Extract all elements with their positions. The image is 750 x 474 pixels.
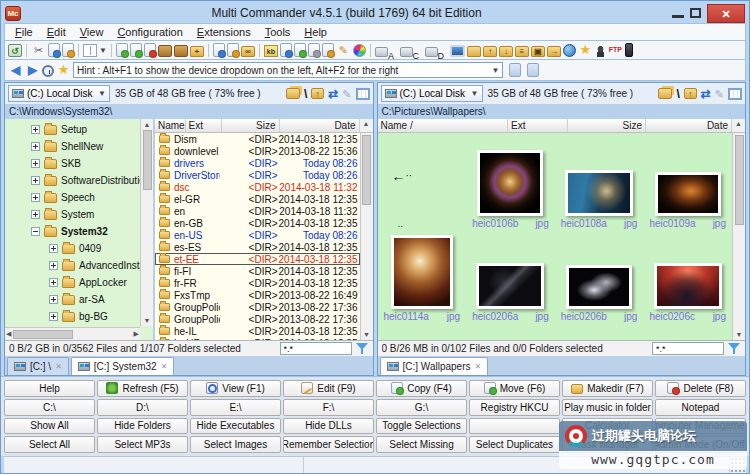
expand-icon[interactable] bbox=[49, 244, 58, 253]
edit-file-icon[interactable] bbox=[227, 43, 239, 57]
drive-c-icon[interactable]: C bbox=[400, 47, 413, 57]
rename-tool-icon[interactable] bbox=[322, 43, 334, 57]
unpack-icon[interactable] bbox=[174, 45, 188, 57]
forward-icon[interactable]: ▶ bbox=[25, 63, 40, 77]
file-row[interactable]: en<DIR>2014-03-18 11:32 bbox=[155, 205, 360, 217]
minimize-button[interactable] bbox=[672, 15, 684, 18]
collapse-icon[interactable] bbox=[31, 227, 40, 236]
split-view-icon[interactable] bbox=[83, 44, 97, 57]
menu-file[interactable]: File bbox=[9, 25, 39, 39]
favorites-star-icon[interactable]: ★ bbox=[56, 63, 71, 77]
select-tool-icon[interactable]: ✎ bbox=[715, 87, 724, 101]
view-columns-icon[interactable] bbox=[356, 88, 370, 100]
left-path-bar[interactable]: C:\Windows\System32\ bbox=[5, 105, 373, 119]
menu-edit[interactable]: Edit bbox=[41, 25, 72, 39]
thumbnail-item[interactable]: heic0109ajpg bbox=[643, 133, 732, 229]
close-button[interactable]: ✕ bbox=[707, 4, 745, 23]
file-checksum-icon[interactable] bbox=[280, 43, 292, 57]
right-path-bar[interactable]: C:\Pictures\Wallpapers\ bbox=[378, 105, 746, 119]
file-row[interactable]: FxsTmp<DIR>2013-08-22 16:49 bbox=[155, 289, 360, 301]
select-duplicates-button[interactable]: Select Duplicates bbox=[469, 436, 560, 453]
thumbnail-item[interactable]: heic0108ajpg bbox=[555, 133, 644, 229]
left-folder-tree[interactable]: Setup ShellNew SKB SoftwareDistribution … bbox=[5, 119, 155, 340]
command-line-field[interactable]: ▼ bbox=[73, 62, 503, 78]
file-row[interactable]: es-ES<DIR>2014-03-18 12:35 bbox=[155, 241, 360, 253]
filter-funnel-icon[interactable] bbox=[728, 343, 741, 355]
parent-folder-item[interactable]: ←·· .. bbox=[378, 133, 467, 229]
folder-down-icon[interactable]: ↓ bbox=[499, 46, 513, 57]
notepad-button[interactable]: Notepad bbox=[655, 399, 746, 416]
file-row[interactable]: Dism<DIR>2014-03-18 12:35 bbox=[155, 133, 360, 145]
column-size[interactable]: Size bbox=[568, 119, 646, 132]
folder-tree-toggle-icon[interactable] bbox=[286, 88, 300, 99]
select-images-button[interactable]: Select Images bbox=[190, 436, 281, 453]
tree-horizontal-scrollbar[interactable]: ◀▶ bbox=[5, 327, 140, 340]
menu-extensions[interactable]: Extensions bbox=[191, 25, 257, 39]
file-row[interactable]: DriverStore<DIR>Today 08:26 bbox=[155, 169, 360, 181]
registry-hkcu-button[interactable]: Registry HKCU bbox=[469, 399, 560, 416]
settings-icon[interactable]: ↺ bbox=[8, 44, 22, 57]
file-row[interactable]: el-GR<DIR>2014-03-18 12:35 bbox=[155, 193, 360, 205]
tree-item[interactable]: System bbox=[5, 206, 139, 223]
copy-file-icon[interactable] bbox=[130, 43, 142, 57]
file-row[interactable]: GroupPolicyUsers<DIR>2013-08-22 17:36 bbox=[155, 313, 360, 325]
tree-vertical-scrollbar[interactable]: ▲▼ bbox=[140, 119, 153, 326]
select-missing-button[interactable]: Select Missing bbox=[376, 436, 467, 453]
device-icon[interactable] bbox=[625, 43, 633, 57]
goto-root-icon[interactable]: \ bbox=[304, 87, 307, 101]
expand-icon[interactable] bbox=[31, 159, 40, 168]
ftp-icon[interactable]: FTP bbox=[608, 43, 623, 57]
color-settings-icon[interactable] bbox=[353, 44, 366, 57]
select-all-button[interactable]: Select All bbox=[4, 436, 95, 453]
right-drive-select[interactable]: (C:) Local Disk ▼ bbox=[381, 85, 483, 102]
maximize-button[interactable] bbox=[690, 8, 701, 18]
tree-item[interactable]: Setup bbox=[5, 121, 139, 138]
menu-view[interactable]: View bbox=[74, 25, 110, 39]
column-date[interactable]: Date bbox=[646, 119, 732, 132]
tree-item[interactable]: AdvancedInstallers bbox=[5, 257, 139, 274]
thumbs-vertical-scrollbar[interactable]: ▼ bbox=[732, 133, 745, 340]
thumbnail-item[interactable] bbox=[466, 322, 555, 340]
calc-size-icon[interactable]: kb bbox=[264, 45, 278, 57]
goto-g-button[interactable]: G:\ bbox=[376, 399, 467, 416]
goto-root-icon[interactable]: \ bbox=[676, 87, 679, 101]
makedir-button[interactable]: Makedir (F7) bbox=[562, 380, 653, 397]
folder-copy-icon[interactable]: ≡ bbox=[515, 46, 529, 57]
menu-tools[interactable]: Tools bbox=[259, 25, 297, 39]
goto-c-button[interactable]: C:\ bbox=[4, 399, 95, 416]
file-split-icon[interactable] bbox=[308, 43, 320, 57]
chevron-down-icon[interactable]: ▼ bbox=[489, 66, 502, 75]
tree-item[interactable]: SKB bbox=[5, 155, 139, 172]
thumbnail-item[interactable] bbox=[378, 322, 467, 340]
column-name[interactable]: Name / bbox=[378, 119, 509, 132]
expand-icon[interactable] bbox=[31, 142, 40, 151]
right-filter-input[interactable] bbox=[652, 342, 724, 355]
expand-icon[interactable] bbox=[49, 261, 58, 270]
file-row[interactable]: dsc<DIR>2014-03-18 11:32 bbox=[155, 181, 360, 193]
file-attrib-icon[interactable] bbox=[294, 43, 306, 57]
thumbnail-item[interactable]: heic0206ajpg bbox=[466, 229, 555, 322]
expand-icon[interactable] bbox=[31, 176, 40, 185]
copy-icon[interactable] bbox=[48, 43, 60, 57]
expand-icon[interactable] bbox=[31, 125, 40, 134]
tab-wallpapers[interactable]: [C:] Wallpapers✕ bbox=[380, 357, 489, 375]
refresh-icon[interactable]: ⇄ bbox=[328, 87, 338, 101]
hide-dlls-button[interactable]: Hide DLLs bbox=[283, 418, 374, 435]
menu-help[interactable]: Help bbox=[298, 25, 333, 39]
file-row[interactable]: he-IL<DIR>2014-03-18 12:35 bbox=[155, 325, 360, 337]
close-tab-icon[interactable]: ✕ bbox=[161, 362, 168, 371]
folder-pack-icon[interactable]: ▣ bbox=[531, 46, 545, 57]
tree-item-selected[interactable]: System32 bbox=[5, 223, 139, 240]
file-row[interactable]: en-US<DIR>Today 08:26 bbox=[155, 229, 360, 241]
file-row[interactable]: fr-FR<DIR>2014-03-18 12:35 bbox=[155, 277, 360, 289]
folder-up-icon[interactable]: ↑ bbox=[684, 88, 697, 99]
cut-icon[interactable]: ✂ bbox=[31, 43, 46, 57]
goto-e-button[interactable]: E:\ bbox=[190, 399, 281, 416]
tab-system32[interactable]: [C:] System32✕ bbox=[71, 357, 175, 375]
drive-d-icon[interactable]: D bbox=[425, 47, 438, 57]
goto-d-button[interactable]: D:\ bbox=[97, 399, 188, 416]
delete-file-icon[interactable] bbox=[144, 43, 156, 57]
favorites-icon[interactable]: ★ bbox=[578, 43, 593, 57]
file-row[interactable]: GroupPolicy<DIR>2013-08-22 17:36 bbox=[155, 301, 360, 313]
column-size[interactable]: Size bbox=[222, 119, 280, 132]
